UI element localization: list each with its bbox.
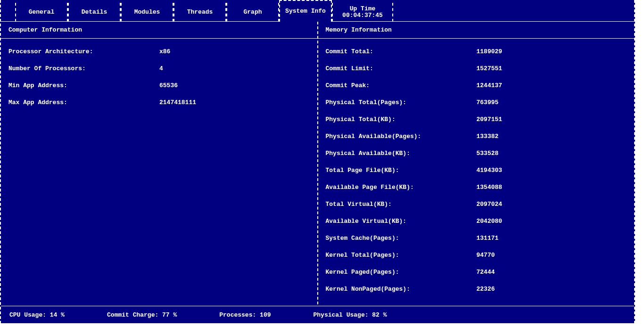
row-physical-available-kb: Physical Available(KB): 533528 — [326, 150, 627, 167]
value: 763995 — [477, 99, 627, 106]
status-commit-charge: Commit Charge: 77 % — [107, 311, 177, 319]
app-window: General Details Modules Threads Graph Sy… — [0, 0, 635, 324]
row-commit-total: Commit Total: 1189029 — [326, 48, 627, 65]
tab-details[interactable]: Details — [68, 3, 121, 22]
value: 94770 — [477, 252, 627, 259]
label: Available Virtual(KB): — [326, 218, 477, 225]
status-processes: Processes: 109 — [219, 311, 271, 319]
label: Physical Total(Pages): — [326, 99, 477, 106]
panel-computer-info: Computer Information Processor Architect… — [1, 22, 318, 304]
row-commit-limit: Commit Limit: 1527551 — [326, 65, 627, 82]
panel-title: Computer Information — [8, 26, 82, 33]
row-physical-total-kb: Physical Total(KB): 2097151 — [326, 116, 627, 133]
value: 2042080 — [477, 218, 627, 225]
value: 1244137 — [477, 82, 627, 89]
uptime-value: 00:04:37:45 — [342, 12, 383, 19]
row-kernel-nonpaged: Kernel NonPaged(Pages): 22326 — [326, 286, 627, 302]
label: Processor Architecture: — [8, 48, 159, 55]
label: Physical Available(Pages): — [326, 133, 477, 140]
row-commit-peak: Commit Peak: 1244137 — [326, 82, 627, 99]
value: 1189029 — [477, 48, 627, 55]
tab-threads[interactable]: Threads — [173, 3, 226, 22]
value: 1354088 — [477, 184, 627, 191]
value: 131171 — [477, 235, 627, 242]
value: 2097151 — [477, 116, 627, 123]
tab-system-info[interactable]: System Info — [279, 0, 332, 22]
label: Min App Address: — [8, 82, 159, 89]
value: 2097024 — [477, 201, 627, 208]
status-bar: CPU Usage: 14 % Commit Charge: 77 % Proc… — [1, 306, 634, 324]
tab-graph[interactable]: Graph — [226, 3, 279, 22]
value: 133382 — [477, 133, 627, 140]
tab-bar: General Details Modules Threads Graph Sy… — [1, 0, 634, 22]
row-system-cache: System Cache(Pages): 131171 — [326, 235, 627, 252]
uptime-label: Up Time — [350, 6, 376, 12]
row-available-virtual: Available Virtual(KB): 2042080 — [326, 218, 627, 235]
value: 65536 — [159, 82, 310, 89]
value: 4 — [159, 65, 310, 72]
row-physical-total-pages: Physical Total(Pages): 763995 — [326, 99, 627, 116]
row-available-page-file: Available Page File(KB): 1354088 — [326, 184, 627, 201]
value: 4194303 — [477, 167, 627, 174]
panel-title: Memory Information — [326, 26, 392, 33]
label: Commit Total: — [326, 48, 477, 55]
label: Number Of Processors: — [8, 65, 159, 72]
label: Physical Total(KB): — [326, 116, 477, 123]
tab-uptime[interactable]: Up Time 00:04:37:45 — [332, 3, 393, 22]
label: Kernel Paged(Pages): — [326, 269, 477, 276]
row-kernel-paged: Kernel Paged(Pages): 72444 — [326, 269, 627, 286]
label: Max App Address: — [8, 99, 159, 106]
value: 22326 — [477, 286, 627, 293]
row-total-virtual: Total Virtual(KB): 2097024 — [326, 201, 627, 218]
label: Total Virtual(KB): — [326, 201, 477, 208]
row-max-app-address: Max App Address: 2147418111 — [8, 99, 310, 116]
status-cpu-usage: CPU Usage: 14 % — [9, 311, 65, 319]
row-total-page-file: Total Page File(KB): 4194303 — [326, 167, 627, 184]
row-number-of-processors: Number Of Processors: 4 — [8, 65, 310, 82]
label: Total Page File(KB): — [326, 167, 477, 174]
value: 72444 — [477, 269, 627, 276]
label: Physical Available(KB): — [326, 150, 477, 157]
tab-modules[interactable]: Modules — [121, 3, 173, 22]
label: System Cache(Pages): — [326, 235, 477, 242]
value: x86 — [159, 48, 310, 55]
label: Commit Limit: — [326, 65, 477, 72]
value: 2147418111 — [159, 99, 310, 106]
label: Kernel Total(Pages): — [326, 252, 477, 259]
panel-memory-info: Memory Information Commit Total: 1189029… — [318, 22, 635, 304]
label: Commit Peak: — [326, 82, 477, 89]
row-processor-architecture: Processor Architecture: x86 — [8, 48, 310, 65]
panels: Computer Information Processor Architect… — [1, 22, 634, 304]
tab-general[interactable]: General — [15, 3, 68, 22]
row-kernel-total: Kernel Total(Pages): 94770 — [326, 252, 627, 269]
label: Available Page File(KB): — [326, 184, 477, 191]
value: 1527551 — [477, 65, 627, 72]
row-physical-available-pages: Physical Available(Pages): 133382 — [326, 133, 627, 150]
row-min-app-address: Min App Address: 65536 — [8, 82, 310, 99]
status-physical-usage: Physical Usage: 82 % — [313, 311, 387, 319]
label: Kernel NonPaged(Pages): — [326, 286, 477, 293]
value: 533528 — [477, 150, 627, 157]
